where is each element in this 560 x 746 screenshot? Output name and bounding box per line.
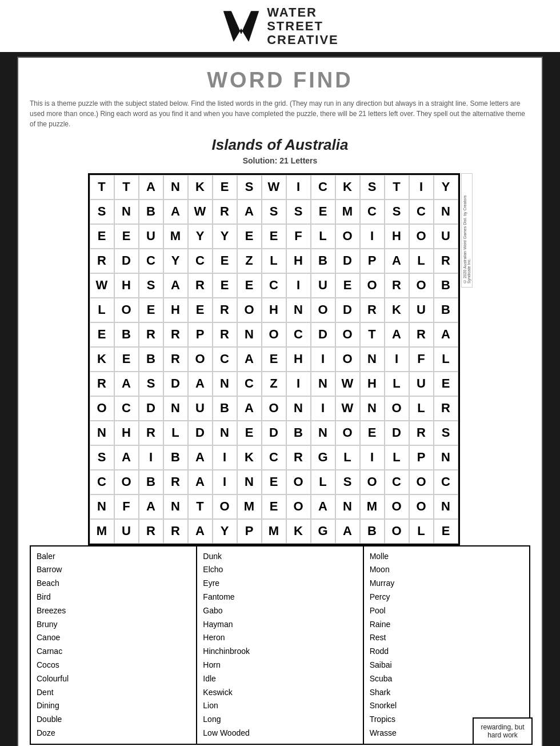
- grid-cell: B: [434, 273, 458, 298]
- grid-cell: Y: [213, 519, 237, 544]
- grid-cell: S: [90, 200, 114, 224]
- grid-cell: H: [360, 372, 385, 396]
- grid-cell: R: [163, 347, 188, 372]
- grid-cell: L: [385, 445, 409, 470]
- grid-cell: E: [237, 421, 262, 445]
- grid-cell: O: [286, 494, 311, 519]
- grid-cell: L: [163, 421, 188, 445]
- grid-row: NHRLDNEDBNOEDRS: [90, 421, 458, 445]
- word-item: Dunk: [203, 550, 357, 564]
- grid-cell: S: [286, 200, 311, 224]
- grid-cell: E: [360, 421, 385, 445]
- logo-area: WATER STREET CREATIVE: [0, 0, 560, 52]
- grid-cell: L: [409, 519, 434, 544]
- grid-cell: E: [262, 494, 286, 519]
- grid-cell: Y: [434, 175, 458, 200]
- grid-cell: C: [434, 470, 458, 494]
- grid-cell: R: [409, 421, 434, 445]
- word-item: Horn: [203, 659, 357, 672]
- grid-cell: L: [90, 298, 114, 322]
- grid-cell: I: [385, 347, 409, 372]
- grid-cell: E: [213, 249, 237, 273]
- grid-cell: D: [139, 396, 163, 421]
- grid-cell: C: [385, 470, 409, 494]
- grid-cell: L: [335, 445, 360, 470]
- grid-cell: O: [188, 347, 213, 372]
- grid-cell: E: [434, 519, 458, 544]
- grid-cell: A: [188, 372, 213, 396]
- grid-cell: F: [114, 494, 139, 519]
- grid-cell: S: [237, 175, 262, 200]
- grid-row: OCDNUBAONIWNOLR: [90, 396, 458, 421]
- grid-row: SAIBAIKCRGLILPN: [90, 445, 458, 470]
- word-item: Saibai: [370, 659, 523, 672]
- grid-cell: I: [409, 175, 434, 200]
- logo-line1: WATER: [267, 6, 339, 19]
- grid-cell: E: [262, 224, 286, 249]
- word-item: Scuba: [370, 672, 523, 686]
- word-item: Low Wooded: [203, 727, 357, 740]
- grid-cell: I: [139, 445, 163, 470]
- grid-cell: P: [409, 445, 434, 470]
- logo-text: WATER STREET CREATIVE: [267, 6, 339, 47]
- grid-cell: N: [311, 421, 335, 445]
- grid-cell: A: [237, 396, 262, 421]
- solution-text: Solution: 21 Letters: [30, 156, 530, 165]
- grid-cell: E: [311, 200, 335, 224]
- grid-cell: C: [188, 249, 213, 273]
- grid-cell: M: [163, 224, 188, 249]
- grid-cell: D: [385, 421, 409, 445]
- word-item: Baler: [37, 550, 190, 564]
- grid-cell: W: [188, 200, 213, 224]
- grid-cell: E: [90, 322, 114, 347]
- grid-row: TTANKESWICKSTIY: [90, 175, 458, 200]
- word-item: Keswick: [203, 686, 357, 700]
- grid-cell: O: [335, 224, 360, 249]
- grid-cell: Y: [213, 224, 237, 249]
- grid-cell: I: [360, 224, 385, 249]
- grid-cell: E: [434, 372, 458, 396]
- grid-cell: C: [262, 445, 286, 470]
- grid-cell: R: [409, 322, 434, 347]
- grid-cell: O: [360, 273, 385, 298]
- word-item: Rodd: [370, 645, 523, 659]
- word-item: Percy: [370, 591, 523, 604]
- grid-cell: O: [286, 470, 311, 494]
- grid-cell: O: [114, 470, 139, 494]
- word-item: Gabo: [203, 604, 357, 618]
- grid-cell: N: [114, 200, 139, 224]
- grid-cell: R: [213, 298, 237, 322]
- grid-cell: I: [286, 273, 311, 298]
- grid-cell: E: [237, 224, 262, 249]
- grid-row: COBRAINEOLSOCOC: [90, 470, 458, 494]
- grid-cell: E: [213, 175, 237, 200]
- grid-cell: U: [434, 224, 458, 249]
- grid-cell: N: [163, 396, 188, 421]
- word-item: Double: [37, 713, 190, 727]
- grid-cell: O: [213, 494, 237, 519]
- grid-cell: B: [286, 421, 311, 445]
- grid-cell: E: [335, 273, 360, 298]
- grid-cell: K: [385, 298, 409, 322]
- grid-cell: B: [434, 298, 458, 322]
- grid-cell: O: [262, 396, 286, 421]
- word-item: Eyre: [203, 577, 357, 591]
- word-item: Dent: [37, 686, 190, 700]
- grid-cell: A: [114, 445, 139, 470]
- grid-row: RASDANCZINWHLUE: [90, 372, 458, 396]
- grid-cell: B: [360, 519, 385, 544]
- grid-cell: N: [90, 421, 114, 445]
- grid-cell: B: [139, 200, 163, 224]
- grid-cell: R: [213, 200, 237, 224]
- grid-cell: R: [188, 273, 213, 298]
- grid-cell: L: [434, 347, 458, 372]
- word-item: Bruny: [37, 618, 190, 632]
- grid-cell: O: [385, 519, 409, 544]
- page-title: WORD FIND: [30, 68, 530, 93]
- grid-cell: S: [335, 470, 360, 494]
- grid-cell: O: [114, 298, 139, 322]
- word-item: Murray: [370, 577, 523, 591]
- grid-cell: U: [188, 396, 213, 421]
- logo-container: WATER STREET CREATIVE: [221, 6, 339, 47]
- grid-cell: R: [90, 249, 114, 273]
